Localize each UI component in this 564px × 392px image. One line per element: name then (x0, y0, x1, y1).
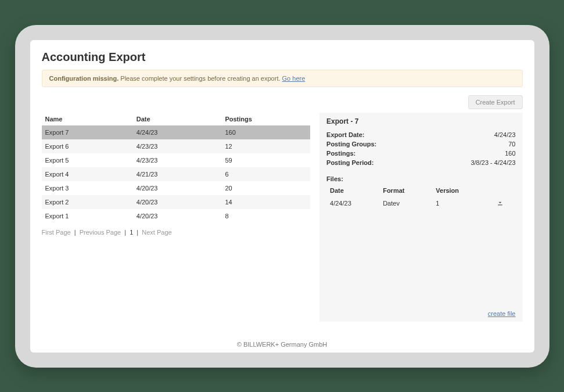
cell-postings: 8 (221, 209, 310, 223)
table-row[interactable]: Export 34/20/2320 (42, 181, 311, 195)
file-cell-date: 4/24/23 (326, 196, 379, 210)
table-row[interactable]: Export 54/23/2359 (42, 153, 311, 167)
file-cell-format: Datev (379, 196, 432, 210)
cell-postings: 14 (221, 195, 310, 209)
cell-date: 4/20/23 (133, 181, 222, 195)
export-detail-panel: Export - 7 Export Date:4/24/23Posting Gr… (319, 113, 522, 322)
config-missing-alert: Configuration missing. Please complete y… (42, 70, 523, 87)
detail-row: Postings:160 (326, 149, 515, 158)
cell-date: 4/23/23 (133, 139, 222, 153)
detail-row: Export Date:4/24/23 (326, 130, 515, 139)
col-name: Name (42, 113, 133, 125)
col-date: Date (133, 113, 222, 125)
cell-name: Export 4 (42, 167, 133, 181)
cell-name: Export 3 (42, 181, 133, 195)
detail-key: Posting Groups: (326, 141, 376, 148)
files-col-format: Format (379, 185, 432, 196)
next-page-link[interactable]: Next Page (142, 229, 171, 236)
cell-name: Export 5 (42, 153, 133, 167)
cell-name: Export 2 (42, 195, 133, 209)
alert-text: Please complete your settings before cre… (118, 75, 282, 82)
detail-key: Posting Period: (326, 159, 373, 166)
cell-date: 4/21/23 (133, 167, 222, 181)
file-cell-version: 1 (432, 196, 485, 210)
cell-date: 4/24/23 (133, 125, 222, 139)
cell-name: Export 1 (42, 209, 133, 223)
detail-title: Export - 7 (326, 117, 515, 125)
files-col-version: Version (432, 185, 485, 196)
cell-date: 4/20/23 (133, 209, 222, 223)
table-row[interactable]: Export 44/21/236 (42, 167, 311, 181)
detail-row: Posting Period:3/8/23 - 4/24/23 (326, 158, 515, 167)
previous-page-link[interactable]: Previous Page (80, 229, 121, 236)
files-table: Date Format Version 4/24/23Datev1 (326, 185, 515, 210)
detail-value: 3/8/23 - 4/24/23 (470, 159, 515, 166)
detail-value: 70 (508, 141, 515, 148)
detail-row: Posting Groups:70 (326, 139, 515, 149)
pagination: First Page | Previous Page | 1 | Next Pa… (42, 229, 311, 236)
cell-postings: 6 (221, 167, 310, 181)
detail-value: 4/24/23 (494, 131, 516, 138)
table-row[interactable]: Export 74/24/23160 (42, 125, 311, 139)
table-row[interactable]: Export 14/20/238 (42, 209, 311, 223)
cell-date: 4/20/23 (133, 195, 222, 209)
detail-key: Postings: (326, 150, 355, 157)
current-page: 1 (130, 229, 133, 236)
first-page-link[interactable]: First Page (42, 229, 71, 236)
page-title: Accounting Export (42, 51, 523, 64)
alert-strong: Configuration missing. (49, 75, 119, 82)
col-postings: Postings (221, 113, 310, 125)
create-file-link[interactable]: create file (488, 310, 516, 317)
table-row[interactable]: Export 64/23/2312 (42, 139, 311, 153)
download-icon[interactable] (497, 200, 504, 207)
cell-postings: 160 (221, 125, 310, 139)
cell-name: Export 6 (42, 139, 133, 153)
cell-postings: 20 (221, 181, 310, 195)
create-export-button[interactable]: Create Export (468, 95, 523, 109)
detail-key: Export Date: (326, 131, 364, 138)
files-heading: Files: (326, 175, 515, 182)
cell-name: Export 7 (42, 125, 133, 139)
file-row: 4/24/23Datev1 (326, 196, 515, 210)
exports-table: Name Date Postings Export 74/24/23160Exp… (42, 113, 311, 223)
footer: © BILLWERK+ Germany GmbH (30, 341, 534, 348)
cell-postings: 59 (221, 153, 310, 167)
toolbar: Create Export (42, 95, 523, 109)
go-here-link[interactable]: Go here (282, 75, 306, 82)
exports-list-panel: Name Date Postings Export 74/24/23160Exp… (42, 113, 311, 322)
cell-postings: 12 (221, 139, 310, 153)
cell-date: 4/23/23 (133, 153, 222, 167)
detail-value: 160 (505, 150, 515, 157)
table-row[interactable]: Export 24/20/2314 (42, 195, 311, 209)
files-col-date: Date (326, 185, 379, 196)
